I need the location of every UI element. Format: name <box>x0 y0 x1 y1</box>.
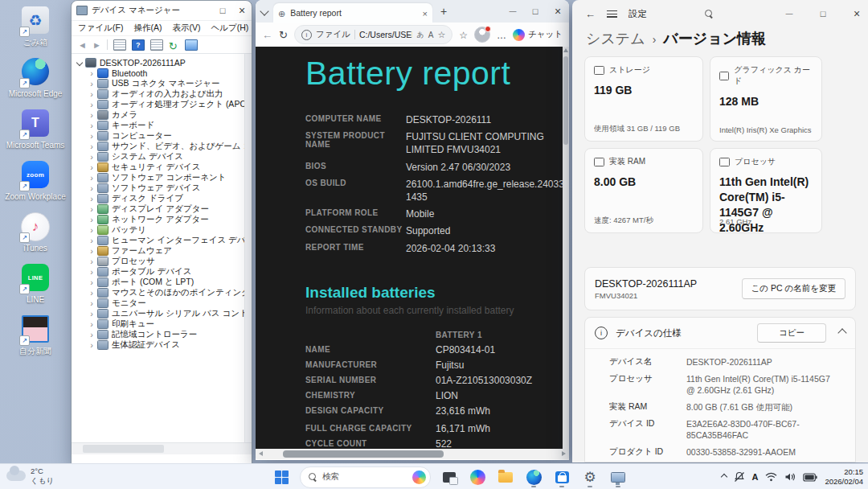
device-tree-item[interactable]: コンピューター <box>72 130 252 141</box>
device-tree-item[interactable]: セキュリティ デバイス <box>72 162 252 172</box>
spec-card[interactable]: 実装 RAM 8.00 GB 速度: 4267 MT/秒 <box>584 148 703 233</box>
expand-chevron-icon[interactable] <box>88 131 96 141</box>
expand-chevron-icon[interactable] <box>88 215 96 224</box>
expand-chevron-icon[interactable] <box>88 89 96 99</box>
device-tree-item[interactable]: カメラ <box>72 109 252 120</box>
desktop-icon[interactable]: ごみ箱 <box>3 6 68 47</box>
expand-chevron-icon[interactable] <box>88 319 96 329</box>
expand-chevron-icon[interactable] <box>88 288 96 298</box>
device-tree-item[interactable]: ネットワーク アダプター <box>72 214 252 224</box>
add-favorite-icon[interactable] <box>437 30 445 40</box>
copilot-button[interactable] <box>468 466 487 487</box>
translate-icon[interactable] <box>416 29 424 40</box>
copilot-chat-button[interactable]: チャット <box>513 29 563 41</box>
device-tree-item[interactable]: USB コネクタ マネージャー <box>72 78 252 88</box>
device-tree-item[interactable]: ソフトウェア コンポーネント <box>72 172 252 183</box>
close-button[interactable] <box>547 0 569 23</box>
desktop-icon[interactable]: 自分新聞 <box>3 315 68 355</box>
properties-icon[interactable] <box>150 39 163 51</box>
close-button[interactable] <box>845 0 868 27</box>
vertical-scrollbar[interactable] <box>244 54 252 454</box>
desktop-icon[interactable]: T Microsoft Teams <box>3 109 68 150</box>
menu-item[interactable]: ヘルプ(H) <box>211 23 248 34</box>
expand-chevron-icon[interactable] <box>88 110 96 120</box>
device-tree-item[interactable]: オーディオの入力および出力 <box>72 88 252 99</box>
menu-item[interactable]: 表示(V) <box>172 23 200 34</box>
menu-item[interactable]: 操作(A) <box>133 23 162 34</box>
more-menu-icon[interactable] <box>497 27 506 42</box>
file-explorer-button[interactable] <box>496 466 515 487</box>
favorites-hub-icon[interactable] <box>459 27 468 42</box>
device-manager-button[interactable] <box>608 466 628 487</box>
desktop-icon[interactable]: Microsoft Edge <box>3 58 68 98</box>
edge-button[interactable] <box>524 466 543 487</box>
device-tree-item[interactable]: システム デバイス <box>72 151 252 162</box>
expand-chevron-icon[interactable] <box>88 152 96 162</box>
close-button[interactable] <box>232 1 252 20</box>
start-button[interactable] <box>272 466 291 487</box>
tab-battery-report[interactable]: Battery report <box>273 3 432 23</box>
expand-chevron-icon[interactable] <box>88 194 96 203</box>
device-tree-item[interactable]: ソフトウェア デバイス <box>72 183 252 193</box>
maximize-button[interactable] <box>812 0 834 27</box>
back-icon[interactable] <box>78 40 87 50</box>
expand-chevron-icon[interactable] <box>88 257 96 266</box>
device-tree-item[interactable]: サウンド、ビデオ、およびゲーム コントローラー <box>72 141 252 151</box>
device-tree-item[interactable]: ファームウェア <box>72 245 252 256</box>
breadcrumb-system[interactable]: システム <box>586 29 645 48</box>
expand-chevron-icon[interactable] <box>88 298 96 308</box>
horizontal-scrollbar[interactable] <box>72 442 252 454</box>
page-horizontal-scrollbar[interactable] <box>256 449 569 459</box>
rename-pc-button[interactable]: この PC の名前を変更 <box>742 278 845 299</box>
device-tree-item[interactable]: モニター <box>72 298 252 308</box>
expand-chevron-icon[interactable] <box>88 267 96 277</box>
device-tree-item[interactable]: 印刷キュー <box>72 318 252 329</box>
ime-mode-indicator[interactable]: A <box>752 472 759 482</box>
address-bar[interactable]: ファイル C:/Users/USER... <box>294 25 452 44</box>
device-tree-item[interactable]: プロセッサ <box>72 256 252 266</box>
device-tree-item[interactable]: Bluetooth <box>72 68 252 78</box>
minimize-button[interactable] <box>778 0 800 27</box>
tab-close-icon[interactable] <box>423 6 428 20</box>
weather-widget[interactable]: 2°C くもり <box>6 466 54 486</box>
expand-chevron-icon[interactable] <box>88 183 96 193</box>
desktop-icon[interactable]: LINE LINE <box>3 264 68 304</box>
desktop-icon[interactable]: zoom Zoom Workplace <box>3 161 68 201</box>
device-tree-item[interactable]: オーディオ処理オブジェクト (APO) <box>72 99 252 109</box>
maximize-button[interactable] <box>524 0 547 23</box>
new-tab-button[interactable] <box>440 5 447 18</box>
expand-chevron-icon[interactable] <box>88 225 96 235</box>
device-tree-item[interactable]: ヒューマン インターフェイス デバイス <box>72 235 252 245</box>
collapse-chevron-icon[interactable] <box>76 60 84 65</box>
expand-chevron-icon[interactable] <box>88 309 96 318</box>
expand-chevron-icon[interactable] <box>88 173 96 183</box>
profile-avatar[interactable] <box>474 27 490 43</box>
list-view-icon[interactable] <box>113 39 126 51</box>
navigation-menu-icon[interactable] <box>607 10 617 18</box>
device-tree-item[interactable]: キーボード <box>72 120 252 130</box>
speaker-icon[interactable] <box>784 472 796 482</box>
back-icon[interactable] <box>262 29 272 41</box>
expand-chevron-icon[interactable] <box>88 142 96 151</box>
forward-icon[interactable] <box>92 40 101 50</box>
expand-chevron-icon[interactable] <box>88 330 96 339</box>
spec-card[interactable]: プロセッサ 11th Gen Intel(R) Core(TM) i5-1145… <box>710 148 822 233</box>
reload-icon[interactable] <box>279 29 288 41</box>
expand-chevron-icon[interactable] <box>88 204 96 214</box>
page-info-icon[interactable] <box>301 30 312 40</box>
collapse-chevron-icon[interactable] <box>837 328 846 337</box>
device-tree-item[interactable]: ユニバーサル シリアル バス コントローラー <box>72 308 252 318</box>
scan-hardware-icon[interactable] <box>185 39 198 51</box>
store-button[interactable] <box>552 466 571 487</box>
device-tree-item[interactable]: バッテリ <box>72 224 252 235</box>
do-not-disturb-icon[interactable] <box>734 471 745 483</box>
help-icon[interactable] <box>132 39 145 51</box>
page-vertical-scrollbar[interactable] <box>563 47 569 449</box>
search-icon[interactable] <box>705 6 713 21</box>
task-view-button[interactable] <box>440 466 459 487</box>
read-aloud-icon[interactable] <box>428 30 434 39</box>
wifi-icon[interactable] <box>765 472 777 482</box>
spec-card[interactable]: グラフィックス カード 128 MB Intel(R) Iris(R) Xe G… <box>710 56 822 142</box>
expand-chevron-icon[interactable] <box>88 68 96 78</box>
device-manager-titlebar[interactable]: デバイス マネージャー <box>72 1 252 21</box>
